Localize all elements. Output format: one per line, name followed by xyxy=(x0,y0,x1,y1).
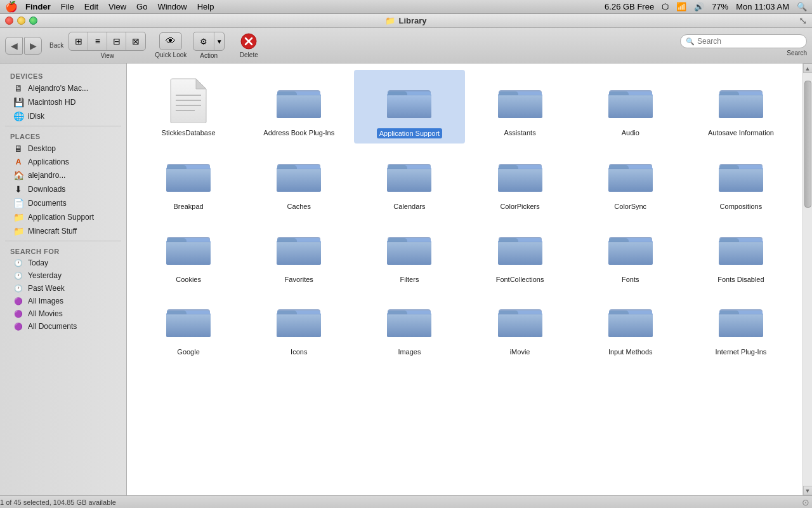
action-button[interactable]: ⚙ ▼ xyxy=(193,32,225,51)
go-menu[interactable]: Go xyxy=(136,2,147,11)
action-arrow[interactable]: ▼ xyxy=(214,32,224,50)
search-input[interactable] xyxy=(697,37,801,46)
edit-menu[interactable]: Edit xyxy=(84,2,98,11)
file-item[interactable]: FontCollections xyxy=(465,217,575,289)
scroll-down-arrow[interactable]: ▼ xyxy=(803,486,813,495)
file-item[interactable]: Fonts xyxy=(575,217,686,289)
file-item[interactable]: Icons xyxy=(244,289,354,361)
sidebar-item-minecraft[interactable]: 📁 Minecraft Stuff xyxy=(0,224,126,238)
sidebar-item-home[interactable]: 🏠 alejandro... xyxy=(0,168,126,182)
file-item[interactable]: Breakpad xyxy=(133,144,244,216)
mac-label: Alejandro's Mac... xyxy=(28,84,88,93)
file-item[interactable]: iMovie xyxy=(465,289,575,361)
file-item[interactable]: Fonts Disabled xyxy=(686,217,796,289)
scroll-up-arrow[interactable]: ▲ xyxy=(803,64,813,73)
coverflow-view-btn[interactable]: ⊠ xyxy=(126,32,145,50)
appsupport-icon: 📁 xyxy=(13,212,24,222)
delete-button[interactable] xyxy=(237,32,260,50)
window-resize-icon[interactable]: ⤡ xyxy=(799,15,807,27)
hd-icon: 💾 xyxy=(13,97,24,107)
alldocs-icon: 🟣 xyxy=(13,323,24,331)
traffic-lights xyxy=(5,17,37,25)
sidebar-item-desktop[interactable]: 🖥 Desktop xyxy=(0,142,126,156)
devices-header: DEVICES xyxy=(0,69,126,81)
apple-menu[interactable]: 🍎 xyxy=(5,1,18,13)
sidebar-item-yesterday[interactable]: 🕐 Yesterday xyxy=(0,269,126,282)
file-item[interactable]: Calendars xyxy=(354,144,464,216)
file-icon xyxy=(163,222,214,272)
sidebar-item-today[interactable]: 🕐 Today xyxy=(0,257,126,269)
allimages-icon: 🟣 xyxy=(13,297,24,305)
search-box[interactable]: 🔍 xyxy=(680,34,807,48)
alldocs-label: All Documents xyxy=(28,322,77,331)
minecraft-icon: 📁 xyxy=(13,226,24,236)
file-item[interactable]: Images xyxy=(354,289,464,361)
places-header: PLACES xyxy=(0,129,126,142)
file-item[interactable]: Application Support xyxy=(354,70,464,144)
file-icon xyxy=(716,75,766,126)
allmovies-label: All Movies xyxy=(28,309,63,318)
delete-group: Delete xyxy=(237,32,260,58)
file-icon xyxy=(273,149,324,199)
forward-button[interactable]: ▶ xyxy=(24,37,42,55)
window-menu[interactable]: Window xyxy=(157,2,187,11)
back-button[interactable]: ◀ xyxy=(5,37,23,55)
scroll-track[interactable] xyxy=(804,74,812,485)
minimize-button[interactable] xyxy=(17,17,25,25)
file-name: Caches xyxy=(287,202,311,211)
sidebar-item-alldocs[interactable]: 🟣 All Documents xyxy=(0,320,126,333)
file-area[interactable]: StickiesDatabase Address Book Plug-Ins A… xyxy=(127,64,802,495)
finder-menu[interactable]: Finder xyxy=(25,2,51,11)
file-item[interactable]: Filters xyxy=(354,217,464,289)
sidebar-item-pastweek[interactable]: 🕐 Past Week xyxy=(0,282,126,295)
file-item[interactable]: Assistants xyxy=(465,70,575,144)
file-item[interactable]: ColorPickers xyxy=(465,144,575,216)
file-item[interactable]: Favorites xyxy=(244,217,354,289)
file-item[interactable]: Cookies xyxy=(133,217,244,289)
view-menu[interactable]: View xyxy=(108,2,126,11)
list-view-btn[interactable]: ≡ xyxy=(88,32,107,50)
scroll-thumb[interactable] xyxy=(804,81,811,208)
volume-icon[interactable]: 🔊 xyxy=(694,2,704,11)
finder-window: 📁 Library ⤡ ◀ ▶ Back ⊞ ≡ ⊟ ⊠ View 👁 Quic… xyxy=(0,14,812,508)
file-menu[interactable]: File xyxy=(61,2,74,11)
resize-handle[interactable]: ⊙ xyxy=(802,497,809,507)
wifi-icon[interactable]: 📶 xyxy=(676,2,686,11)
file-item[interactable]: Audio xyxy=(575,70,686,144)
sidebar-item-allmovies[interactable]: 🟣 All Movies xyxy=(0,307,126,320)
sidebar-item-mac[interactable]: 🖥 Alejandro's Mac... xyxy=(0,81,126,95)
quick-look-button[interactable]: 👁 xyxy=(159,32,182,50)
titlebar: 📁 Library ⤡ xyxy=(0,14,812,28)
clock: Mon 11:03 AM xyxy=(736,2,789,11)
downloads-icon: ⬇ xyxy=(13,184,24,194)
file-item[interactable]: Google xyxy=(133,289,244,361)
file-item[interactable]: Caches xyxy=(244,144,354,216)
file-item[interactable]: Compositions xyxy=(686,144,796,216)
sidebar-item-downloads[interactable]: ⬇ Downloads xyxy=(0,182,126,196)
file-name: Input Methods xyxy=(608,347,653,356)
sidebar-item-documents[interactable]: 📄 Documents xyxy=(0,196,126,210)
file-icon xyxy=(384,294,435,345)
file-item[interactable]: StickiesDatabase xyxy=(133,70,244,144)
nav-buttons: ◀ ▶ xyxy=(5,37,42,55)
file-item[interactable]: Internet Plug-Ins xyxy=(686,289,796,361)
zoom-button[interactable] xyxy=(29,17,37,25)
sidebar-item-applications[interactable]: A Applications xyxy=(0,156,126,168)
sidebar-item-appsupport[interactable]: 📁 Application Support xyxy=(0,210,126,224)
file-item[interactable]: Autosave Information xyxy=(686,70,796,144)
icon-view-btn[interactable]: ⊞ xyxy=(69,32,88,50)
file-item[interactable]: ColorSync xyxy=(575,144,686,216)
file-name: Assistants xyxy=(504,128,536,137)
help-menu[interactable]: Help xyxy=(197,2,214,11)
sidebar-item-allimages[interactable]: 🟣 All Images xyxy=(0,295,126,307)
close-button[interactable] xyxy=(5,17,13,25)
delete-label: Delete xyxy=(240,51,258,58)
action-main[interactable]: ⚙ xyxy=(193,32,214,50)
file-item[interactable]: Input Methods xyxy=(575,289,686,361)
column-view-btn[interactable]: ⊟ xyxy=(107,32,126,50)
sidebar-item-macintosh[interactable]: 💾 Macintosh HD xyxy=(0,95,126,109)
search-icon[interactable]: 🔍 xyxy=(797,2,807,11)
scrollbar[interactable]: ▲ ▼ xyxy=(802,64,812,495)
file-item[interactable]: Address Book Plug-Ins xyxy=(244,70,354,144)
sidebar-item-idisk[interactable]: 🌐 iDisk xyxy=(0,109,126,123)
